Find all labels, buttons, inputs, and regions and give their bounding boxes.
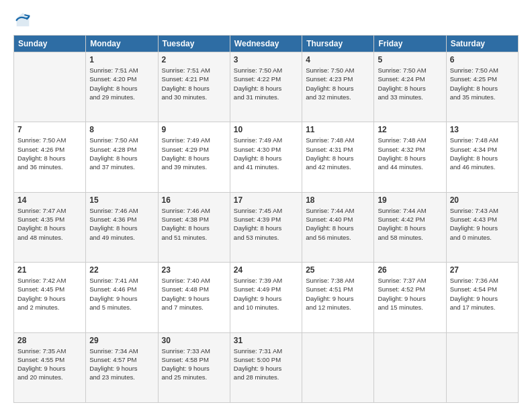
calendar-day-cell: 25Sunrise: 7:38 AM Sunset: 4:51 PM Dayli… xyxy=(302,263,374,332)
day-info: Sunrise: 7:43 AM Sunset: 4:43 PM Dayligh… xyxy=(450,206,515,242)
day-info: Sunrise: 7:38 AM Sunset: 4:51 PM Dayligh… xyxy=(306,276,370,312)
calendar-day-cell: 10Sunrise: 7:49 AM Sunset: 4:30 PM Dayli… xyxy=(230,122,302,192)
calendar-weekday: Tuesday xyxy=(158,36,230,52)
day-info: Sunrise: 7:47 AM Sunset: 4:35 PM Dayligh… xyxy=(17,206,82,242)
calendar-day-cell: 16Sunrise: 7:46 AM Sunset: 4:38 PM Dayli… xyxy=(158,192,230,262)
day-info: Sunrise: 7:42 AM Sunset: 4:45 PM Dayligh… xyxy=(17,276,82,312)
calendar-day-cell: 18Sunrise: 7:44 AM Sunset: 4:40 PM Dayli… xyxy=(302,192,374,262)
day-number: 24 xyxy=(234,265,298,275)
calendar-table: SundayMondayTuesdayWednesdayThursdayFrid… xyxy=(13,35,519,403)
day-number: 18 xyxy=(306,195,370,205)
calendar-day-cell: 4Sunrise: 7:50 AM Sunset: 4:23 PM Daylig… xyxy=(302,52,374,122)
day-info: Sunrise: 7:50 AM Sunset: 4:22 PM Dayligh… xyxy=(234,66,298,101)
day-number: 12 xyxy=(378,125,442,134)
calendar-weekday: Thursday xyxy=(302,36,374,52)
day-number: 31 xyxy=(234,336,298,345)
calendar-day-cell: 26Sunrise: 7:37 AM Sunset: 4:52 PM Dayli… xyxy=(374,263,446,332)
day-number: 16 xyxy=(162,195,226,205)
calendar-weekday: Monday xyxy=(86,36,158,52)
calendar-day-cell: 31Sunrise: 7:31 AM Sunset: 5:00 PM Dayli… xyxy=(230,332,302,402)
day-number: 4 xyxy=(306,55,370,64)
day-number: 17 xyxy=(234,195,298,205)
day-number: 13 xyxy=(450,125,515,134)
day-number: 23 xyxy=(162,265,226,275)
day-info: Sunrise: 7:41 AM Sunset: 4:46 PM Dayligh… xyxy=(89,276,154,312)
day-info: Sunrise: 7:51 AM Sunset: 4:20 PM Dayligh… xyxy=(89,66,154,101)
day-number: 2 xyxy=(162,55,226,64)
header xyxy=(13,11,519,30)
calendar-day-cell: 30Sunrise: 7:33 AM Sunset: 4:58 PM Dayli… xyxy=(158,332,230,402)
day-info: Sunrise: 7:45 AM Sunset: 4:39 PM Dayligh… xyxy=(234,206,298,242)
day-info: Sunrise: 7:35 AM Sunset: 4:55 PM Dayligh… xyxy=(17,347,82,382)
calendar-day-cell: 15Sunrise: 7:46 AM Sunset: 4:36 PM Dayli… xyxy=(86,192,158,262)
day-info: Sunrise: 7:44 AM Sunset: 4:40 PM Dayligh… xyxy=(306,206,370,242)
day-number: 6 xyxy=(450,55,515,64)
day-info: Sunrise: 7:37 AM Sunset: 4:52 PM Dayligh… xyxy=(378,276,442,312)
page: SundayMondayTuesdayWednesdayThursdayFrid… xyxy=(0,0,532,411)
calendar-day-cell: 8Sunrise: 7:50 AM Sunset: 4:28 PM Daylig… xyxy=(86,122,158,192)
calendar-week-row: 7Sunrise: 7:50 AM Sunset: 4:26 PM Daylig… xyxy=(14,122,519,192)
calendar-day-cell: 29Sunrise: 7:34 AM Sunset: 4:57 PM Dayli… xyxy=(86,332,158,402)
day-info: Sunrise: 7:39 AM Sunset: 4:49 PM Dayligh… xyxy=(234,276,298,312)
calendar-day-cell: 14Sunrise: 7:47 AM Sunset: 4:35 PM Dayli… xyxy=(14,192,86,262)
day-number: 30 xyxy=(162,336,226,345)
day-number: 29 xyxy=(89,336,154,345)
calendar-day-cell: 6Sunrise: 7:50 AM Sunset: 4:25 PM Daylig… xyxy=(446,52,518,122)
calendar-day-cell: 2Sunrise: 7:51 AM Sunset: 4:21 PM Daylig… xyxy=(158,52,230,122)
day-number: 26 xyxy=(378,265,442,275)
day-number: 19 xyxy=(378,195,442,205)
calendar-day-cell: 21Sunrise: 7:42 AM Sunset: 4:45 PM Dayli… xyxy=(14,263,86,332)
calendar-day-cell: 5Sunrise: 7:50 AM Sunset: 4:24 PM Daylig… xyxy=(374,52,446,122)
day-number: 7 xyxy=(17,125,82,134)
calendar-day-cell: 24Sunrise: 7:39 AM Sunset: 4:49 PM Dayli… xyxy=(230,263,302,332)
logo xyxy=(13,11,35,30)
calendar-week-row: 1Sunrise: 7:51 AM Sunset: 4:20 PM Daylig… xyxy=(14,52,519,122)
calendar-day-cell: 3Sunrise: 7:50 AM Sunset: 4:22 PM Daylig… xyxy=(230,52,302,122)
calendar-day-cell: 20Sunrise: 7:43 AM Sunset: 4:43 PM Dayli… xyxy=(446,192,518,262)
day-info: Sunrise: 7:49 AM Sunset: 4:30 PM Dayligh… xyxy=(234,136,298,171)
day-info: Sunrise: 7:48 AM Sunset: 4:34 PM Dayligh… xyxy=(450,136,515,171)
day-info: Sunrise: 7:46 AM Sunset: 4:36 PM Dayligh… xyxy=(89,206,154,242)
day-info: Sunrise: 7:50 AM Sunset: 4:25 PM Dayligh… xyxy=(450,66,515,101)
calendar-week-row: 28Sunrise: 7:35 AM Sunset: 4:55 PM Dayli… xyxy=(14,332,519,402)
calendar-day-cell: 13Sunrise: 7:48 AM Sunset: 4:34 PM Dayli… xyxy=(446,122,518,192)
calendar-week-row: 14Sunrise: 7:47 AM Sunset: 4:35 PM Dayli… xyxy=(14,192,519,262)
day-number: 20 xyxy=(450,195,515,205)
day-number: 25 xyxy=(306,265,370,275)
day-number: 11 xyxy=(306,125,370,134)
day-number: 1 xyxy=(89,55,154,64)
calendar-day-cell: 1Sunrise: 7:51 AM Sunset: 4:20 PM Daylig… xyxy=(86,52,158,122)
calendar-day-cell: 19Sunrise: 7:44 AM Sunset: 4:42 PM Dayli… xyxy=(374,192,446,262)
day-info: Sunrise: 7:31 AM Sunset: 5:00 PM Dayligh… xyxy=(234,347,298,382)
calendar-weekday: Friday xyxy=(374,36,446,52)
day-info: Sunrise: 7:51 AM Sunset: 4:21 PM Dayligh… xyxy=(162,66,226,101)
calendar-header-row: SundayMondayTuesdayWednesdayThursdayFrid… xyxy=(14,36,519,52)
day-info: Sunrise: 7:34 AM Sunset: 4:57 PM Dayligh… xyxy=(89,347,154,382)
calendar-day-cell: 22Sunrise: 7:41 AM Sunset: 4:46 PM Dayli… xyxy=(86,263,158,332)
logo-icon xyxy=(13,11,32,30)
day-info: Sunrise: 7:40 AM Sunset: 4:48 PM Dayligh… xyxy=(162,276,226,312)
calendar-day-cell xyxy=(302,332,374,402)
calendar-day-cell: 12Sunrise: 7:48 AM Sunset: 4:32 PM Dayli… xyxy=(374,122,446,192)
day-number: 3 xyxy=(234,55,298,64)
day-number: 21 xyxy=(17,265,82,275)
calendar-weekday: Wednesday xyxy=(230,36,302,52)
day-number: 28 xyxy=(17,336,82,345)
day-info: Sunrise: 7:48 AM Sunset: 4:31 PM Dayligh… xyxy=(306,136,370,171)
day-info: Sunrise: 7:33 AM Sunset: 4:58 PM Dayligh… xyxy=(162,347,226,382)
calendar-day-cell xyxy=(446,332,518,402)
calendar-weekday: Saturday xyxy=(446,36,518,52)
calendar-day-cell: 7Sunrise: 7:50 AM Sunset: 4:26 PM Daylig… xyxy=(14,122,86,192)
calendar-day-cell xyxy=(14,52,86,122)
calendar-day-cell: 23Sunrise: 7:40 AM Sunset: 4:48 PM Dayli… xyxy=(158,263,230,332)
day-number: 10 xyxy=(234,125,298,134)
day-info: Sunrise: 7:50 AM Sunset: 4:24 PM Dayligh… xyxy=(378,66,442,101)
day-number: 27 xyxy=(450,265,515,275)
day-number: 5 xyxy=(378,55,442,64)
day-number: 22 xyxy=(89,265,154,275)
calendar-day-cell: 11Sunrise: 7:48 AM Sunset: 4:31 PM Dayli… xyxy=(302,122,374,192)
day-info: Sunrise: 7:44 AM Sunset: 4:42 PM Dayligh… xyxy=(378,206,442,242)
day-info: Sunrise: 7:48 AM Sunset: 4:32 PM Dayligh… xyxy=(378,136,442,171)
day-info: Sunrise: 7:36 AM Sunset: 4:54 PM Dayligh… xyxy=(450,276,515,312)
calendar-day-cell: 17Sunrise: 7:45 AM Sunset: 4:39 PM Dayli… xyxy=(230,192,302,262)
